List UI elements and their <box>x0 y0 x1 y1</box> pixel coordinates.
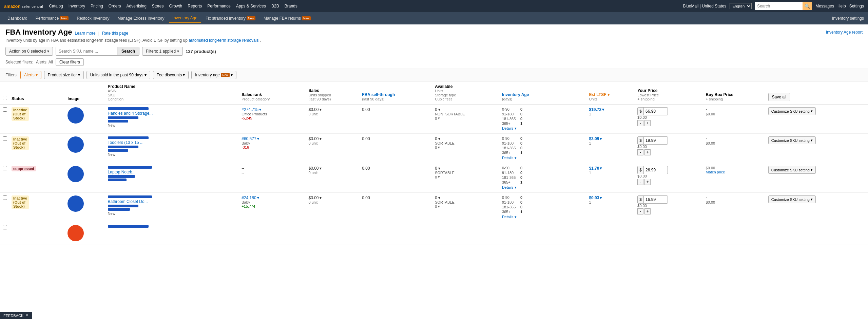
avail-chevron[interactable]: ▾ <box>438 107 440 112</box>
row2-checkbox[interactable] <box>3 136 7 141</box>
avail4-chevron[interactable]: ▾ <box>438 195 440 200</box>
row1-price-plus[interactable]: + <box>644 120 651 126</box>
row2-price-input[interactable] <box>644 137 664 144</box>
clear-filters-button[interactable]: Clear filters <box>56 58 84 66</box>
row4-price-plus[interactable]: + <box>644 208 651 214</box>
sales-chevron2[interactable]: ▾ <box>320 136 322 141</box>
th-inv-age[interactable]: Inventory Age (days) <box>500 81 587 104</box>
sec-nav-stranded[interactable]: Fix stranded inventory New <box>202 14 259 23</box>
row3-product-name[interactable]: Laptop Noteb... <box>108 170 238 174</box>
product-image <box>67 225 84 241</box>
nav-orders[interactable]: Orders <box>106 2 124 10</box>
sales-chevron4[interactable]: ▾ <box>320 195 322 200</box>
nav-catalog[interactable]: Catalog <box>46 2 65 10</box>
sec-nav-returns[interactable]: Manage FBA returns New <box>260 14 314 23</box>
rate-page-link[interactable]: Rate this page <box>102 31 128 36</box>
row4-price-minus[interactable]: - <box>637 208 643 214</box>
nav-pricing[interactable]: Pricing <box>88 2 106 10</box>
global-search-input[interactable] <box>755 2 803 10</box>
row2-price-minus[interactable]: - <box>637 149 643 155</box>
row1-price-minus[interactable]: - <box>637 120 643 126</box>
nav-growth[interactable]: Growth <box>167 2 185 10</box>
filter-units-sold[interactable]: Units sold in the past 90 days ▾ <box>86 71 150 79</box>
help-link[interactable]: Help <box>837 4 846 8</box>
row2-product-name[interactable]: Toddlers (13 x 15 ... <box>108 140 238 145</box>
th-est-ltsf[interactable]: Est LTSF ▾ Units <box>587 81 635 104</box>
sec-nav-inventory-age[interactable]: Inventory Age <box>169 14 201 23</box>
avail-feet-chevron[interactable]: ▾ <box>438 116 440 120</box>
row1-rank-link[interactable]: #274,715 ▾ <box>242 107 304 112</box>
row3-price-minus[interactable]: - <box>637 179 643 185</box>
language-select[interactable]: English <box>730 3 752 9</box>
row1-customize-button[interactable]: Customize SKU setting ▾ <box>768 107 816 115</box>
nav-b2b[interactable]: B2B <box>269 2 282 10</box>
nav-inventory[interactable]: Inventory <box>66 2 88 10</box>
product-image <box>67 107 84 124</box>
inv-age-report-link[interactable]: Inventory Age report <box>826 30 863 35</box>
nav-apps[interactable]: Apps & Services <box>233 2 269 10</box>
status-badge: Inactive(Out ofStock) <box>12 195 29 209</box>
th-save-all[interactable]: Save all <box>766 81 868 104</box>
nav-advertising[interactable]: Advertising <box>123 2 149 10</box>
amazon-logo[interactable]: amazon seller central <box>4 4 43 9</box>
learn-more-link[interactable]: Learn more <box>75 31 95 36</box>
save-all-button[interactable]: Save all <box>768 93 790 101</box>
row1-checkbox[interactable] <box>3 107 7 112</box>
row3-customize-button[interactable]: Customize SKU setting ▾ <box>768 166 816 174</box>
ltsf-link[interactable]: automated long-term storage removals <box>189 38 258 43</box>
row4-rank-link[interactable]: #24,180 ▾ <box>242 195 304 200</box>
avail2-chevron[interactable]: ▾ <box>438 136 440 141</box>
avail3-chevron[interactable]: ▾ <box>438 166 440 171</box>
row4-details-link[interactable]: Details ▾ <box>502 215 517 219</box>
filter-alerts[interactable]: Alerts ▾ <box>20 71 41 79</box>
avail2-feet-chevron[interactable]: ▾ <box>438 145 440 150</box>
row1-details-link[interactable]: Details ▾ <box>502 126 585 131</box>
global-search-button[interactable]: 🔍 <box>803 2 812 10</box>
sec-nav-performance[interactable]: Performance New <box>32 14 72 23</box>
sales-chevron[interactable]: ▾ <box>320 107 322 112</box>
row3-checkbox[interactable] <box>3 166 7 170</box>
row2-price-plus[interactable]: + <box>644 149 651 155</box>
search-sku-button[interactable]: Search <box>117 47 139 55</box>
filter-fee-discounts[interactable]: Fee discounts ▾ <box>153 71 189 79</box>
row3-details-link[interactable]: Details ▾ <box>502 185 517 189</box>
row4-product-name[interactable]: Bathroom Closet Do... <box>108 199 238 204</box>
select-all-checkbox[interactable] <box>3 96 7 100</box>
row1-price-input[interactable] <box>644 108 664 115</box>
row1-product: Handles and 4 Storage... New <box>106 104 240 134</box>
sec-nav-excess[interactable]: Manage Excess Inventory <box>114 14 168 23</box>
row2-rank-link[interactable]: #60,577 ▾ <box>242 136 304 141</box>
row1-product-name[interactable]: Handles and 4 Storage... <box>108 111 238 116</box>
new-badge-filter: New <box>221 73 230 77</box>
row4-checkbox[interactable] <box>3 195 7 200</box>
row4-customize-button[interactable]: Customize SKU setting ▾ <box>768 195 816 203</box>
inventory-settings-link[interactable]: Inventory settings <box>832 16 864 21</box>
th-fba[interactable]: FBA sell-through (last 90 days) <box>360 81 433 104</box>
nav-performance[interactable]: Performance <box>205 2 233 10</box>
filter-product-size[interactable]: Product size tier ▾ <box>44 71 84 79</box>
search-sku-input[interactable] <box>56 47 117 55</box>
filter-inventory-age[interactable]: Inventory age New ▾ <box>191 71 236 79</box>
row5-checkbox[interactable] <box>3 225 7 229</box>
row3-price-input[interactable] <box>644 166 664 174</box>
sales-chevron3[interactable]: ▾ <box>320 166 322 171</box>
action-select[interactable]: Action on 0 selected ▾ <box>5 47 53 56</box>
row4-price-input[interactable] <box>644 196 664 203</box>
row3-match-price[interactable]: Match price <box>706 170 764 174</box>
th-sales-rank[interactable]: Sales rank Product category <box>239 81 306 104</box>
sec-nav-dashboard[interactable]: Dashboard <box>4 14 31 23</box>
nav-stores[interactable]: Stores <box>149 2 167 10</box>
page-title-row: FBA Inventory Age Learn more | Rate this… <box>5 28 261 37</box>
filters-applied[interactable]: Filters: 1 applied ▾ <box>142 47 183 56</box>
avail3-feet-chevron[interactable]: ▾ <box>438 175 440 179</box>
nav-brands[interactable]: Brands <box>282 2 300 10</box>
row3-price-plus[interactable]: + <box>644 179 651 185</box>
row2-details-link[interactable]: Details ▾ <box>502 156 517 160</box>
nav-reports[interactable]: Reports <box>185 2 205 10</box>
row2-customize-button[interactable]: Customize SKU setting ▾ <box>768 136 816 144</box>
settings-link[interactable]: Settings <box>849 4 864 8</box>
product-count: 137 product(s) <box>186 49 216 54</box>
sec-nav-restock[interactable]: Restock Inventory <box>73 14 113 23</box>
messages-link[interactable]: Messages <box>815 4 834 8</box>
avail4-feet-chevron[interactable]: ▾ <box>438 204 440 209</box>
